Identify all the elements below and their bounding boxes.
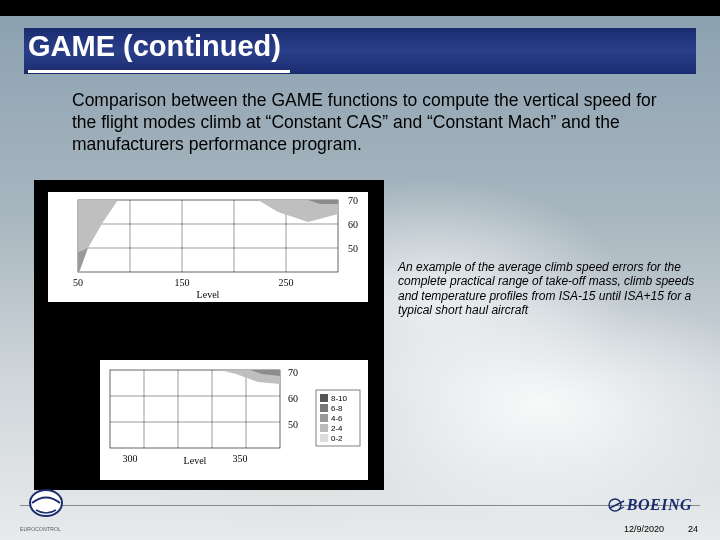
svg-rect-21 — [320, 424, 328, 432]
footer-date: 12/9/2020 — [624, 524, 664, 534]
svg-text:2-4: 2-4 — [331, 424, 343, 433]
svg-point-25 — [30, 490, 62, 516]
legend-item: 4-6 — [320, 414, 343, 423]
chart-top: 70 60 50 50 150 250 Level — [48, 192, 368, 302]
chart-bottom-ytick: 60 — [288, 393, 298, 404]
chart-top-xtick: 250 — [279, 277, 294, 288]
boeing-label: BOEING — [627, 496, 692, 514]
svg-rect-17 — [320, 404, 328, 412]
chart-top-xtick: 50 — [73, 277, 83, 288]
chart-caption: An example of the average climb speed er… — [398, 260, 700, 318]
chart-bottom-ytick: 70 — [288, 367, 298, 378]
footer-page-number: 24 — [688, 524, 698, 534]
slide-body-text: Comparison between the GAME functions to… — [72, 90, 660, 156]
chart-top-xtick: 150 — [175, 277, 190, 288]
chart-top-ytick: 50 — [348, 243, 358, 254]
svg-rect-15 — [320, 394, 328, 402]
eurocontrol-logo — [24, 488, 68, 522]
chart-bottom-xtick: 300 — [123, 453, 138, 464]
eurocontrol-label: EUROCONTROL — [20, 526, 61, 532]
chart-top-ytick: 70 — [348, 195, 358, 206]
svg-text:8-10: 8-10 — [331, 394, 348, 403]
svg-text:6-8: 6-8 — [331, 404, 343, 413]
legend-item: 6-8 — [320, 404, 343, 413]
svg-rect-23 — [320, 434, 328, 442]
svg-rect-19 — [320, 414, 328, 422]
svg-rect-7 — [110, 370, 280, 448]
chart-bottom-ytick: 50 — [288, 419, 298, 430]
legend-item: 2-4 — [320, 424, 343, 433]
top-black-bar — [0, 0, 720, 16]
svg-text:4-6: 4-6 — [331, 414, 343, 423]
chart-bottom-xtick: 350 — [233, 453, 248, 464]
chart-top-xlabel: Level — [197, 289, 220, 300]
slide-title: GAME (continued) — [28, 30, 281, 63]
boeing-globe-icon — [607, 496, 625, 514]
chart-bottom: 70 60 50 300 Level 350 8-10 6-8 4-6 2-4 … — [100, 360, 368, 480]
chart-bottom-xlabel: Level — [184, 455, 207, 466]
svg-text:0-2: 0-2 — [331, 434, 343, 443]
chart-top-ytick: 60 — [348, 219, 358, 230]
boeing-logo: BOEING — [607, 496, 692, 514]
footer-divider — [20, 505, 700, 506]
legend-item: 8-10 — [320, 394, 348, 403]
legend-item: 0-2 — [320, 434, 343, 443]
title-underline — [28, 70, 290, 73]
